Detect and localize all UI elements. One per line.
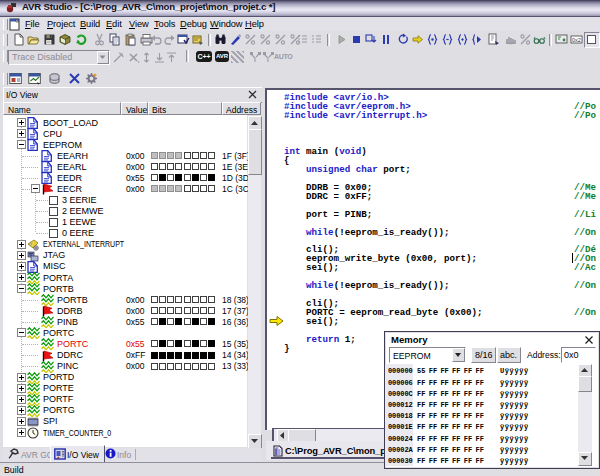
svg-text:0x2: 0x2: [572, 37, 581, 43]
